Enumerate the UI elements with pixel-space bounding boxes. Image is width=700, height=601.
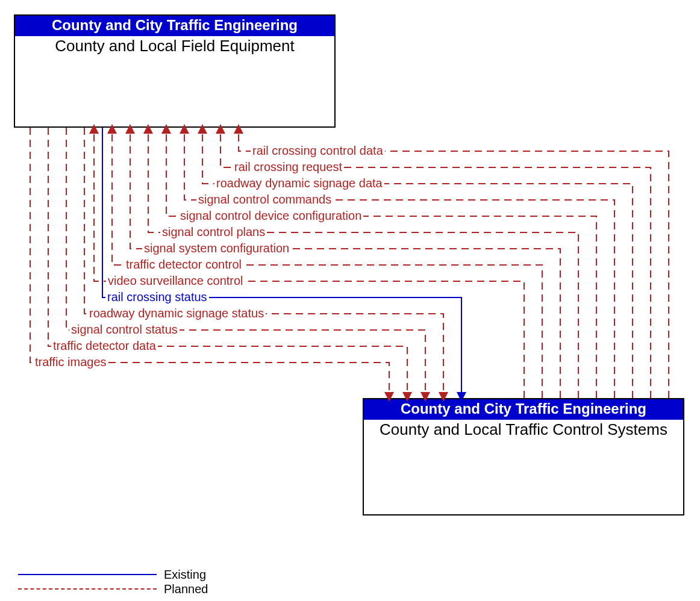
node-traffic-control-systems-title: County and Local Traffic Control Systems <box>364 420 683 439</box>
legend-planned-label: Planned <box>164 582 208 596</box>
flow-label: video surveillance control <box>106 275 245 287</box>
flow-label: signal control commands <box>196 193 333 205</box>
flow-label: signal system configuration <box>142 242 291 254</box>
flow-label: signal control status <box>69 323 180 335</box>
legend-existing-row: Existing <box>18 567 208 582</box>
node-field-equipment-title: County and Local Field Equipment <box>15 36 334 55</box>
flow-label: rail crossing request <box>233 161 344 173</box>
node-traffic-control-systems-header: County and City Traffic Engineering <box>364 399 683 420</box>
flow-label: rail crossing status <box>105 291 209 303</box>
legend-existing-line <box>18 574 157 575</box>
node-traffic-control-systems: County and City Traffic Engineering Coun… <box>363 398 684 515</box>
legend-planned-row: Planned <box>18 582 208 596</box>
node-field-equipment: County and City Traffic Engineering Coun… <box>14 14 336 128</box>
flow-label: signal control plans <box>160 226 267 238</box>
flow-label: signal control device configuration <box>178 210 363 222</box>
flow-label: traffic detector data <box>51 340 158 352</box>
flow-label: traffic images <box>33 356 108 368</box>
legend-existing-label: Existing <box>164 568 206 582</box>
flow-label: rail crossing control data <box>251 145 385 157</box>
legend-planned-line <box>18 588 157 590</box>
flow-label: traffic detector control <box>124 258 243 270</box>
node-field-equipment-header: County and City Traffic Engineering <box>15 16 334 36</box>
flow-label: roadway dynamic signage status <box>87 307 266 319</box>
legend: Existing Planned <box>18 567 208 596</box>
flow-label: roadway dynamic signage data <box>214 177 384 189</box>
